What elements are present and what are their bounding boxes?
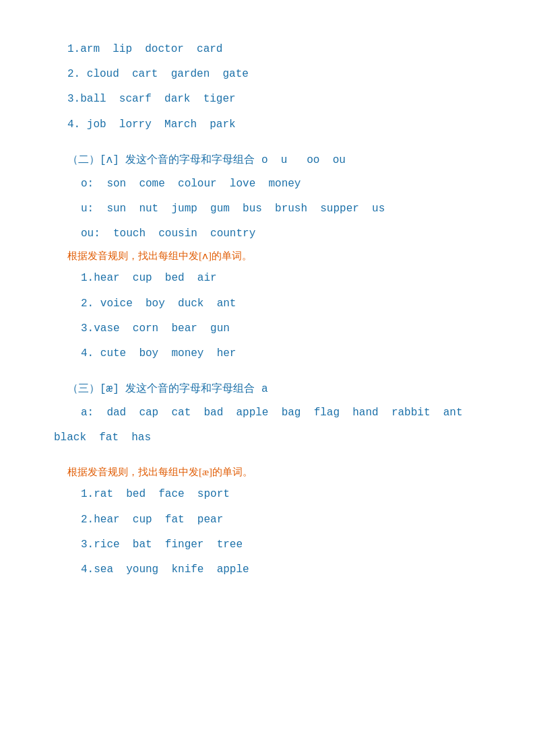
- section2-u-line: u: sun nut jump gum bus brush supper us: [54, 200, 481, 218]
- section1-line4: 4. job lorry March park: [54, 116, 481, 134]
- section2-title: （二）[ʌ] 发这个音的字母和字母组合 o u oo ou: [54, 153, 481, 167]
- section3-a-line2: black fat has: [54, 429, 481, 447]
- section3-a-line: a: dad cap cat bad apple bag flag hand r…: [54, 404, 481, 422]
- section3: （三）[æ] 发这个音的字母和字母组合 a a: dad cap cat bad…: [54, 382, 481, 447]
- section3-line1: 1.rat bed face sport: [54, 485, 481, 504]
- section1: 1.arm lip doctor card 2. cloud cart gard…: [54, 40, 481, 134]
- section3-title: （三）[æ] 发这个音的字母和字母组合 a: [54, 382, 481, 396]
- section2-line4: 4. cute boy money her: [54, 345, 481, 363]
- section2-line3: 3.vase corn bear gun: [54, 320, 481, 338]
- section3-exercise: 根据发音规则，找出每组中发[æ]的单词。 1.rat bed face spor…: [54, 466, 481, 579]
- section2-instruction: 根据发音规则，找出每组中发[ʌ]的单词。: [54, 250, 481, 263]
- section1-line2: 2. cloud cart garden gate: [54, 65, 481, 83]
- section2-line1: 1.hear cup bed air: [54, 269, 481, 287]
- section2-o-line: o: son come colour love money: [54, 175, 481, 193]
- section1-line1: 1.arm lip doctor card: [54, 40, 481, 59]
- section3-line2: 2.hear cup fat pear: [54, 511, 481, 529]
- section2-ou-line: ou: touch cousin country: [54, 225, 481, 243]
- section3-instruction: 根据发音规则，找出每组中发[æ]的单词。: [54, 466, 481, 479]
- section1-line3: 3.ball scarf dark tiger: [54, 90, 481, 108]
- section2-line2: 2. voice boy duck ant: [54, 295, 481, 313]
- section3-line3: 3.rice bat finger tree: [54, 536, 481, 554]
- section2: （二）[ʌ] 发这个音的字母和字母组合 o u oo ou o: son com…: [54, 153, 481, 363]
- section3-line4: 4.sea young knife apple: [54, 561, 481, 579]
